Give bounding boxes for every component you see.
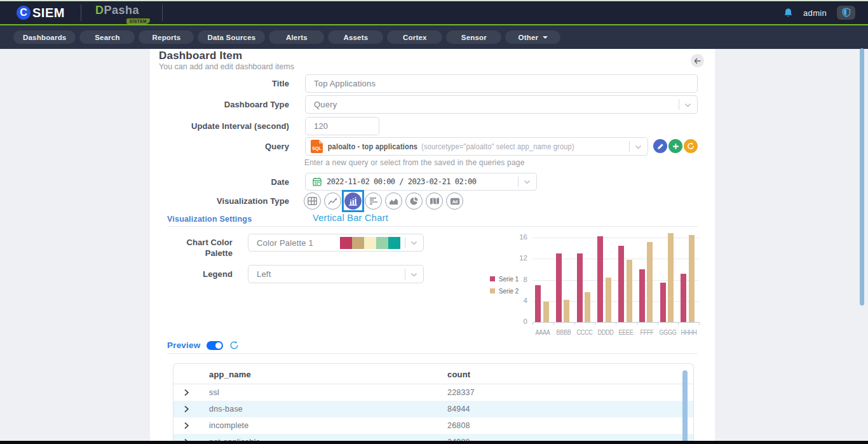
viz-type-card-button[interactable]: Ad [446, 192, 463, 210]
query-name: paloalto - top applications [323, 142, 417, 151]
preview-toggle[interactable] [207, 341, 223, 350]
nav-item-label: Data Sources [207, 34, 255, 41]
chevron-down-icon [684, 103, 691, 107]
legend-value: Left [248, 269, 271, 279]
title-input[interactable]: Top Applications [305, 74, 698, 93]
dpasha-logo[interactable]: DPasha SİSTEM [95, 4, 149, 23]
back-button[interactable] [691, 54, 704, 67]
chevron-down-icon [524, 180, 531, 184]
vertical-bar-chart-icon [348, 197, 358, 206]
chart-x-tick [616, 322, 616, 325]
update-interval-value: 120 [306, 121, 328, 131]
topbar-divider-2 [162, 4, 163, 21]
chart-x-tick [574, 322, 575, 325]
nav-item-reports[interactable]: Reports [139, 30, 194, 44]
nav-item-data-sources[interactable]: Data Sources [198, 30, 265, 44]
nav-item-alerts[interactable]: Alerts [269, 30, 324, 44]
nav-item-assets[interactable]: Assets [328, 30, 383, 44]
expand-chevron-icon[interactable] [184, 422, 189, 429]
nav-item-cortex[interactable]: Cortex [387, 30, 442, 44]
table-scrollbar-thumb[interactable] [682, 370, 688, 444]
preview-table: app_name count ssl228337dns-base84944inc… [173, 363, 694, 444]
update-interval-input[interactable]: 120 [305, 117, 379, 135]
user-role-badge[interactable] [837, 6, 855, 20]
chart-bar-serie-2-AAAA [543, 302, 549, 322]
query-text: paloalto - top applications(sourcetype="… [323, 142, 574, 151]
chart-x-tick-label: AAAA [531, 328, 554, 336]
preview-label: Preview [167, 340, 200, 350]
refresh-query-button[interactable] [684, 139, 698, 153]
notifications-bell-icon[interactable] [783, 8, 793, 18]
card-icon-text: Ad [452, 199, 458, 203]
nav-item-sensor[interactable]: Sensor [446, 30, 501, 44]
query-select[interactable]: SQL paloalto - top applications(sourcety… [305, 137, 648, 156]
viz-type-map-button[interactable] [426, 192, 443, 210]
expand-chevron-icon[interactable] [184, 405, 189, 413]
sample-bar-chart: 0481216AAAABBBBCCCCDDDDEEEEFFFFGGGGHHHHS… [483, 229, 702, 340]
content-card: Dashboard Item You can add and edit dash… [150, 49, 715, 444]
chart-bar-serie-2-FFFF [647, 242, 653, 322]
chart-bar-serie-1-CCCC [577, 253, 583, 322]
chart-color-palette-select[interactable]: Color Palette 1 [248, 234, 424, 252]
siem-logo[interactable]: C SIEM [17, 1, 65, 24]
palette-swatch [352, 237, 364, 249]
chart-bar-serie-1-DDDD [597, 236, 603, 322]
nav-item-dashboards[interactable]: Dashboards [13, 30, 76, 44]
title-value: Top Applications [306, 79, 376, 88]
plus-icon [672, 143, 679, 150]
palette-swatch [376, 237, 388, 249]
refresh-preview-icon[interactable] [229, 340, 239, 350]
nav-item-label: Sensor [461, 34, 487, 41]
dashboard-type-value: Query [306, 100, 337, 109]
chart-bar-serie-1-HHHH [681, 274, 686, 322]
date-label: Date [168, 177, 289, 187]
chart-legend-item[interactable]: Serie 1 [490, 275, 522, 283]
chevron-down-icon [635, 145, 642, 149]
select-divider [405, 269, 405, 279]
chart-legend-item[interactable]: Serie 2 [490, 287, 522, 295]
chart-y-tick-label: 4 [508, 297, 527, 304]
visualization-settings-link[interactable]: Visualization Settings [167, 215, 252, 224]
expand-chevron-icon[interactable] [184, 389, 189, 396]
viz-type-table-button[interactable] [304, 192, 321, 210]
user-name[interactable]: admin [803, 8, 827, 18]
viz-type-vertical-bar-button[interactable] [344, 192, 362, 210]
chart-bar-serie-2-DDDD [606, 278, 611, 322]
viz-type-pie-chart-button[interactable] [405, 192, 423, 210]
nav-item-label: Search [95, 34, 120, 41]
nav-item-label: Dashboards [23, 34, 66, 41]
chart-x-tick-label: DDDD [594, 328, 617, 336]
chart-bar-serie-2-CCCC [585, 292, 590, 322]
chart-y-tick-label: 16 [508, 233, 527, 241]
sql-icon-text: SQL [312, 146, 322, 151]
bottom-strip [0, 441, 868, 444]
viz-type-area-chart-button[interactable] [385, 192, 402, 210]
date-select[interactable]: 2022-11-02 00:00 / 2023-02-21 02:00 [305, 173, 537, 191]
column-header-app-name: app_name [209, 370, 251, 379]
page-title: Dashboard Item [159, 50, 242, 62]
viz-type-line-chart-button[interactable] [324, 192, 341, 210]
chart-x-tick [699, 322, 700, 325]
nav-item-search[interactable]: Search [79, 30, 135, 44]
nav-item-other[interactable]: Other [505, 30, 560, 44]
table-row-dns-base[interactable]: dns-base84944 [173, 401, 693, 417]
add-query-button[interactable] [668, 139, 682, 153]
chart-x-tick [532, 322, 533, 325]
chart-x-tick [553, 322, 554, 325]
edit-query-button[interactable] [653, 139, 667, 153]
cell-count: 84944 [447, 405, 470, 414]
table-row-incomplete[interactable]: incomplete26808 [173, 417, 693, 434]
legend-select[interactable]: Left [248, 265, 424, 283]
card-widget-icon: Ad [450, 198, 460, 205]
viz-type-horizontal-bar-button[interactable] [365, 192, 382, 210]
chart-bar-serie-1-EEEE [618, 246, 624, 322]
viz-selected-label: Vertical Bar Chart [313, 213, 388, 223]
palette-swatch [340, 237, 352, 249]
table-row-ssl[interactable]: ssl228337 [173, 384, 693, 401]
update-interval-label: Update Interval (second) [168, 121, 289, 131]
dashboard-type-select[interactable]: Query [305, 95, 698, 114]
visualization-type-label: Visualization Type [168, 196, 289, 206]
chart-color-palette-label-1: Chart Color [150, 238, 233, 247]
page-scrollbar-thumb[interactable] [860, 48, 864, 306]
dashboard-item-page: C SIEM DPasha SİSTEM admin DashboardsS [0, 0, 868, 444]
